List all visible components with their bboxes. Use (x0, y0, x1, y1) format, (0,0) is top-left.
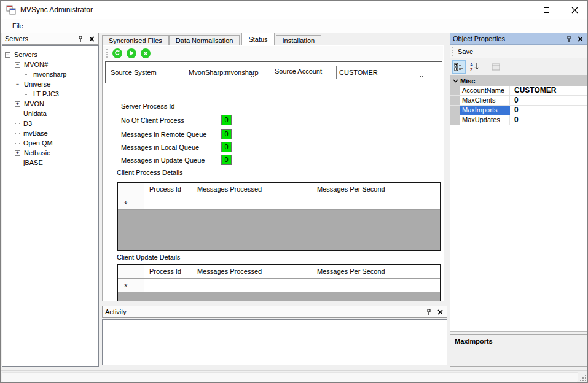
tree-node-label: Servers (13, 51, 39, 58)
tree-node-mvbase[interactable]: mvBase (2, 128, 98, 138)
source-selection-panel: Source System MvonSharp:mvonsharp Source… (105, 61, 442, 83)
tree-node-label: Universe (23, 80, 52, 88)
toolbar-grip-icon (106, 49, 108, 58)
tree-node-netbasic[interactable]: +Netbasic (2, 148, 98, 158)
property-gutter (450, 96, 460, 105)
categorized-icon (454, 62, 464, 72)
grid-column-header-messages-processed[interactable]: Messages Processed (192, 183, 312, 196)
window-title: MVSync Administrator (20, 1, 93, 19)
menu-file[interactable]: File (8, 21, 28, 31)
indicator-value-box: 0 (221, 115, 232, 125)
tab-syncronised-files[interactable]: Syncronised Files (102, 35, 169, 45)
client-process-details-grid[interactable]: Process IdMessages ProcessedMessages Per… (117, 182, 441, 251)
source-system-dropdown[interactable]: MvonSharp:mvonsharp (186, 66, 259, 79)
grid-cell[interactable] (312, 279, 440, 292)
alphabetical-icon: A Z (469, 62, 479, 72)
grid-cell[interactable] (192, 196, 312, 209)
property-value[interactable]: 0 (510, 96, 587, 105)
field-row-messages-in-remote-queue: Messages in Remote Queue0 (121, 129, 232, 139)
pin-icon[interactable] (76, 34, 85, 43)
grid-new-row[interactable]: * (118, 279, 440, 292)
maximize-button[interactable] (532, 1, 560, 19)
toolbar-grip-icon (452, 47, 453, 56)
grid-column-header-messages-per-second[interactable]: Messages Per Second (312, 183, 440, 196)
grid-column-header-messages-processed[interactable]: Messages Processed (192, 265, 312, 278)
alphabetical-view-button[interactable]: A Z (468, 60, 481, 74)
grid-row-header: * (118, 196, 144, 209)
property-row-maximports[interactable]: MaxImports0 (450, 106, 587, 115)
tree-node-mvon[interactable]: −MVON# (2, 60, 98, 69)
property-value[interactable]: 0 (510, 106, 587, 115)
field-row-messages-in-update-queue: Messages in Update Queue0 (121, 155, 232, 165)
app-icon (6, 5, 16, 15)
resize-grip-icon[interactable] (580, 375, 586, 381)
tree-node-universe[interactable]: −Universe (2, 79, 98, 89)
expand-icon[interactable]: + (15, 150, 20, 156)
grid-cell[interactable] (192, 279, 312, 292)
toolbar-stop-button[interactable] (141, 48, 151, 58)
categorized-view-button[interactable] (452, 60, 466, 74)
tree-node-servers[interactable]: −Servers (2, 50, 98, 60)
expand-icon[interactable]: + (15, 101, 20, 107)
client-update-details-grid[interactable]: Process IdMessages ProcessedMessages Per… (117, 264, 441, 301)
new-row-indicator-icon: * (123, 199, 127, 209)
property-name: MaxImports (460, 106, 510, 115)
tree-node-mvonsharp[interactable]: mvonsharp (2, 69, 98, 79)
tab-data-normalisation[interactable]: Data Normalisation (169, 35, 240, 45)
grid-column-header-process-id[interactable]: Process Id (144, 183, 192, 196)
grid-column-header-process-id[interactable]: Process Id (144, 265, 192, 278)
tree-node-mvon[interactable]: +MVON (2, 99, 98, 109)
grid-cell[interactable] (144, 196, 192, 209)
pin-icon[interactable] (425, 308, 433, 316)
chevron-down-icon (450, 75, 460, 86)
collapse-icon[interactable]: − (15, 62, 20, 68)
grid-new-row[interactable]: * (118, 196, 440, 210)
grid-cell[interactable] (312, 196, 440, 209)
start-icon (129, 50, 134, 57)
activity-log[interactable] (102, 319, 447, 365)
close-icon[interactable] (436, 308, 444, 316)
grid-column-header-messages-per-second[interactable]: Messages Per Second (312, 265, 440, 278)
property-row-maxupdates[interactable]: MaxUpdates0 (450, 115, 587, 125)
property-value[interactable]: 0 (510, 115, 587, 125)
collapse-icon[interactable]: − (15, 82, 20, 87)
tab-status[interactable]: Status (241, 33, 274, 45)
collapse-icon[interactable]: − (5, 52, 10, 58)
close-icon[interactable] (87, 34, 96, 43)
toolbar-separator (485, 62, 485, 72)
property-row-maxclients[interactable]: MaxClients0 (450, 96, 587, 106)
object-properties-header: Object Properties (450, 33, 587, 45)
property-value[interactable]: CUSTOMER (510, 86, 587, 95)
svg-text:A: A (470, 63, 473, 67)
property-help-box: MaxImports (450, 334, 587, 367)
save-button[interactable]: Save (458, 48, 473, 55)
tab-installation[interactable]: Installation (276, 35, 322, 45)
field-label: Server Process Id (121, 103, 221, 110)
minimize-button[interactable] (504, 1, 532, 19)
activity-panel-header: Activity (102, 306, 447, 318)
tree-node-unidata[interactable]: Unidata (2, 109, 98, 118)
tree-node-d3[interactable]: D3 (2, 118, 98, 128)
tree-node-lt-pjc3[interactable]: LT-PJC3 (2, 89, 98, 99)
close-button[interactable] (560, 1, 588, 19)
tree-connector-icon (15, 163, 20, 163)
toolbar-refresh-button[interactable] (112, 48, 122, 58)
tree-node-open-qm[interactable]: Open QM (2, 138, 98, 148)
field-label: Messages in Local Queue (121, 144, 221, 151)
tree-node-label: mvBase (22, 130, 49, 137)
pin-icon[interactable] (565, 34, 573, 43)
status-bar (1, 370, 588, 383)
maximize-icon (544, 7, 549, 13)
property-category-row[interactable]: Misc (450, 75, 587, 86)
source-account-dropdown[interactable]: CUSTOMER (336, 66, 428, 79)
grid-corner-cell (118, 265, 144, 278)
close-icon[interactable] (576, 34, 584, 43)
toolbar-start-button[interactable] (127, 48, 136, 58)
close-icon (571, 7, 578, 14)
activity-panel-title: Activity (105, 308, 422, 315)
property-row-accountname[interactable]: AccountNameCUSTOMER (450, 86, 587, 96)
grid-cell[interactable] (144, 279, 192, 292)
tree-node-jbase[interactable]: jBASE (2, 158, 98, 168)
property-name: AccountName (460, 86, 510, 95)
property-help-title: MaxImports (455, 338, 582, 345)
